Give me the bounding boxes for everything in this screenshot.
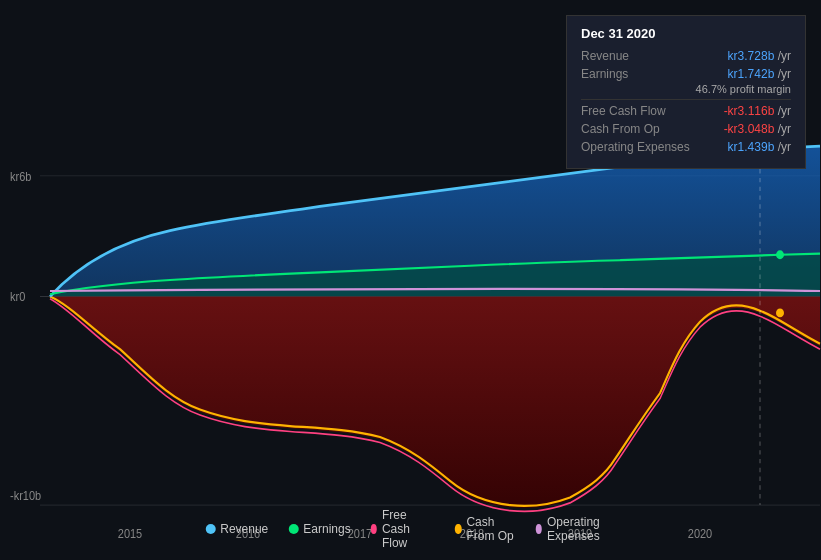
cashfromop-legend-label: Cash From Op [466, 515, 515, 543]
opex-label: Operating Expenses [581, 140, 690, 154]
earnings-value: kr1.742b /yr [728, 67, 791, 81]
tooltip-revenue: Revenue kr3.728b /yr [581, 49, 791, 63]
tooltip-panel: Dec 31 2020 Revenue kr3.728b /yr Earning… [566, 15, 806, 169]
cashfromop-dot [776, 309, 784, 318]
revenue-value: kr3.728b /yr [728, 49, 791, 63]
legend-opex[interactable]: Operating Expenses [536, 515, 616, 543]
legend-fcf[interactable]: Free Cash Flow [371, 508, 435, 550]
chart-legend: Revenue Earnings Free Cash Flow Cash Fro… [205, 508, 616, 550]
opex-value: kr1.439b /yr [728, 140, 791, 154]
earnings-label: Earnings [581, 67, 628, 81]
opex-legend-dot [536, 524, 542, 534]
legend-revenue[interactable]: Revenue [205, 522, 268, 536]
revenue-label: Revenue [581, 49, 629, 63]
negative-area [50, 296, 820, 508]
fcf-value: -kr3.116b /yr [724, 104, 791, 118]
revenue-legend-label: Revenue [220, 522, 268, 536]
tooltip-cashfromop: Cash From Op -kr3.048b /yr [581, 122, 791, 136]
fcf-label: Free Cash Flow [581, 104, 666, 118]
fcf-legend-label: Free Cash Flow [382, 508, 435, 550]
tooltip-earnings: Earnings kr1.742b /yr [581, 67, 791, 81]
legend-cashfromop[interactable]: Cash From Op [455, 515, 516, 543]
profit-margin: 46.7% profit margin [581, 83, 791, 95]
earnings-legend-label: Earnings [303, 522, 350, 536]
opex-legend-label: Operating Expenses [547, 515, 616, 543]
earnings-legend-dot [288, 524, 298, 534]
tooltip-opex: Operating Expenses kr1.439b /yr [581, 140, 791, 154]
revenue-legend-dot [205, 524, 215, 534]
fcf-legend-dot [371, 524, 377, 534]
y-label-6b: kr6b [10, 171, 31, 184]
legend-earnings[interactable]: Earnings [288, 522, 350, 536]
cashfromop-value: -kr3.048b /yr [724, 122, 791, 136]
earnings-dot [776, 250, 784, 259]
y-label-0: kr0 [10, 290, 25, 303]
tooltip-fcf: Free Cash Flow -kr3.116b /yr [581, 104, 791, 118]
tooltip-title: Dec 31 2020 [581, 26, 791, 41]
y-label-neg10b: -kr10b [10, 489, 41, 502]
cashfromop-label: Cash From Op [581, 122, 660, 136]
cashfromop-legend-dot [455, 524, 461, 534]
x-label-2020: 2020 [688, 528, 712, 541]
x-label-2015: 2015 [118, 528, 142, 541]
